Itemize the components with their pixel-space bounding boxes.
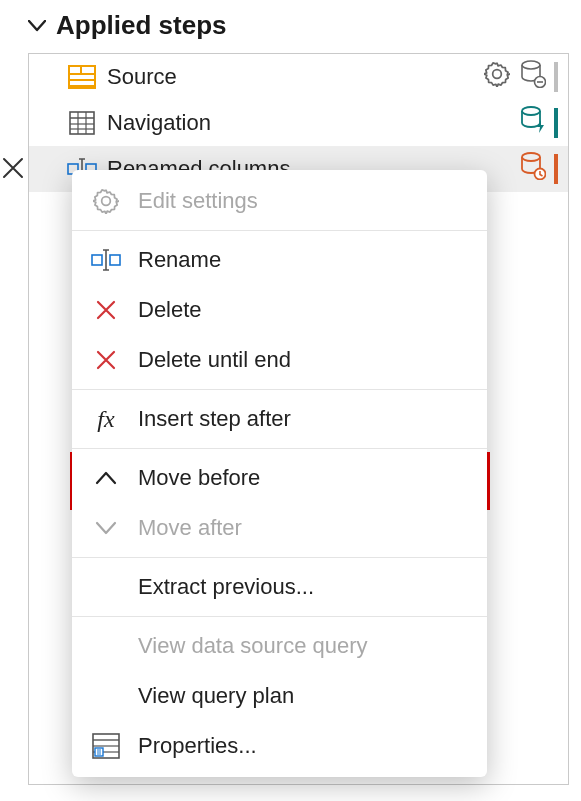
close-icon bbox=[90, 294, 122, 326]
fx-icon: fx bbox=[90, 403, 122, 435]
delete-step-icon[interactable] bbox=[0, 154, 27, 188]
properties-icon bbox=[90, 730, 122, 762]
menu-label: Properties... bbox=[138, 733, 257, 759]
menu-label: Move before bbox=[138, 465, 260, 491]
step-label: Source bbox=[107, 64, 484, 90]
menu-label: Extract previous... bbox=[138, 574, 314, 600]
chevron-down-icon bbox=[28, 20, 46, 32]
menu-delete-until-end[interactable]: Delete until end bbox=[72, 335, 487, 385]
menu-divider bbox=[72, 557, 487, 558]
menu-view-data-source-query: View data source query bbox=[72, 621, 487, 671]
menu-divider bbox=[72, 448, 487, 449]
svg-rect-3 bbox=[70, 75, 94, 79]
menu-label: Delete until end bbox=[138, 347, 291, 373]
section-header[interactable]: Applied steps bbox=[28, 10, 569, 41]
step-row-source[interactable]: Source bbox=[29, 54, 568, 100]
chevron-up-icon bbox=[90, 462, 122, 494]
database-clock-icon bbox=[520, 152, 546, 186]
menu-delete[interactable]: Delete bbox=[72, 285, 487, 335]
database-bolt-icon bbox=[520, 106, 546, 140]
svg-point-14 bbox=[522, 107, 540, 115]
rename-icon bbox=[90, 244, 122, 276]
svg-point-18 bbox=[522, 153, 540, 161]
step-row-navigation[interactable]: Navigation bbox=[29, 100, 568, 146]
menu-extract-previous[interactable]: Extract previous... bbox=[72, 562, 487, 612]
svg-rect-1 bbox=[70, 67, 80, 73]
menu-label: Move after bbox=[138, 515, 242, 541]
menu-divider bbox=[72, 616, 487, 617]
svg-rect-20 bbox=[92, 255, 102, 265]
menu-label: Rename bbox=[138, 247, 221, 273]
menu-label: Edit settings bbox=[138, 188, 258, 214]
menu-properties[interactable]: Properties... bbox=[72, 721, 487, 771]
svg-rect-4 bbox=[70, 81, 94, 85]
source-icon bbox=[67, 62, 97, 92]
step-context-menu: Edit settings Rename Delete Delete until… bbox=[72, 170, 487, 777]
chevron-down-icon bbox=[90, 512, 122, 544]
menu-view-query-plan[interactable]: View query plan bbox=[72, 671, 487, 721]
status-bar bbox=[554, 108, 558, 138]
table-icon bbox=[67, 108, 97, 138]
menu-insert-step-after[interactable]: fx Insert step after bbox=[72, 394, 487, 444]
close-icon bbox=[90, 344, 122, 376]
menu-divider bbox=[72, 230, 487, 231]
menu-label: View data source query bbox=[138, 633, 368, 659]
status-bar bbox=[554, 62, 558, 92]
svg-rect-21 bbox=[110, 255, 120, 265]
step-label: Navigation bbox=[107, 110, 520, 136]
menu-move-before[interactable]: Move before bbox=[72, 453, 487, 503]
menu-rename[interactable]: Rename bbox=[72, 235, 487, 285]
status-bar bbox=[554, 154, 558, 184]
menu-edit-settings: Edit settings bbox=[72, 176, 487, 226]
gear-icon bbox=[90, 185, 122, 217]
menu-label: View query plan bbox=[138, 683, 294, 709]
svg-rect-8 bbox=[70, 112, 94, 134]
menu-label: Delete bbox=[138, 297, 202, 323]
svg-rect-2 bbox=[82, 67, 94, 73]
svg-point-5 bbox=[522, 61, 540, 69]
menu-move-after: Move after bbox=[72, 503, 487, 553]
gear-icon[interactable] bbox=[484, 61, 510, 93]
section-title: Applied steps bbox=[56, 10, 226, 41]
menu-divider bbox=[72, 389, 487, 390]
database-minus-icon bbox=[520, 60, 546, 94]
menu-label: Insert step after bbox=[138, 406, 291, 432]
